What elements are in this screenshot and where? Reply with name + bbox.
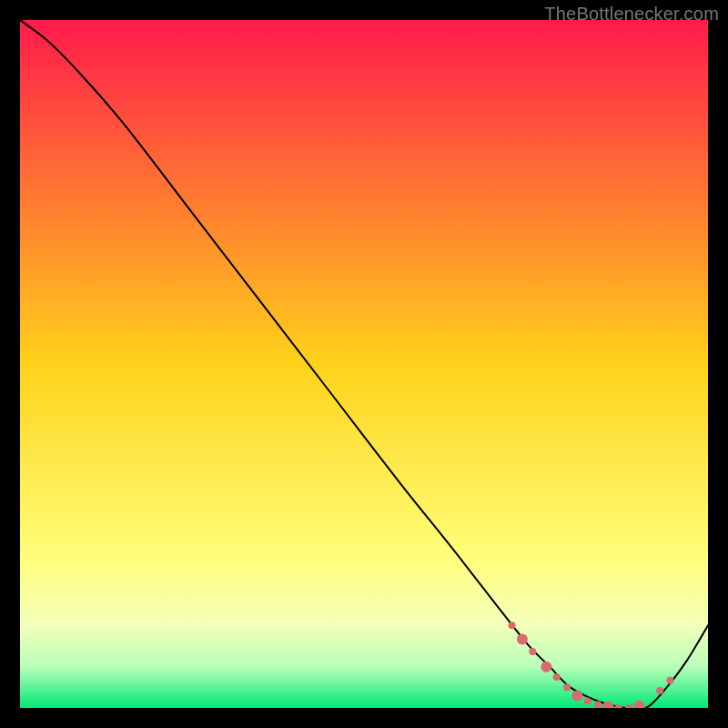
- marker-point: [553, 673, 561, 681]
- marker-point: [666, 677, 673, 684]
- marker-point: [529, 648, 536, 655]
- chart-frame: TheBottlenecker.com: [0, 0, 728, 728]
- marker-point: [594, 701, 602, 708]
- chart-svg: [20, 20, 708, 708]
- marker-point: [563, 683, 571, 691]
- chart-plot-area: [20, 20, 708, 708]
- marker-point: [541, 662, 551, 672]
- marker-point: [584, 697, 592, 704]
- marker-point: [571, 690, 582, 701]
- marker-point: [656, 687, 663, 694]
- marker-point: [509, 622, 516, 629]
- marker-point: [517, 633, 528, 644]
